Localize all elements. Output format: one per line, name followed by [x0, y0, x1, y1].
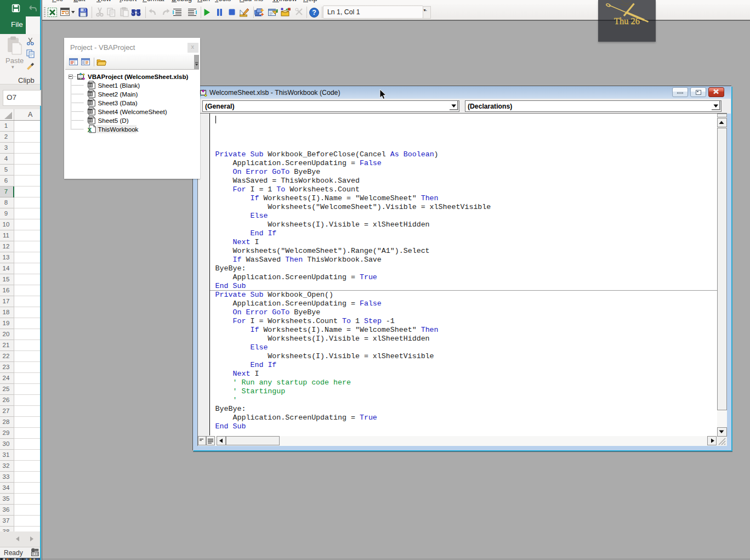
svg-text:X: X [87, 127, 92, 133]
svg-text:?: ? [312, 9, 316, 16]
